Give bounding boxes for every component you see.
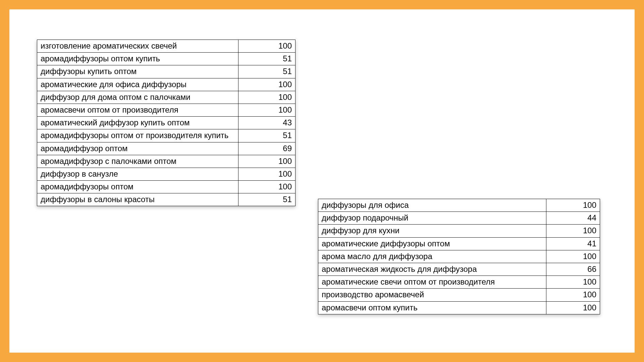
keyword-cell: аромадиффузор оптом [37,142,238,155]
value-cell: 44 [546,212,600,225]
table-row: арома масло для диффузора100 [318,250,600,263]
value-cell: 100 [546,276,600,289]
slide-frame: изготовление ароматических свечей100аром… [0,0,644,362]
keyword-cell: производство аромасвечей [318,289,546,301]
keyword-table-left: изготовление ароматических свечей100аром… [37,40,296,206]
table-row: диффузоры для офиса100 [318,199,600,212]
value-cell: 100 [238,91,296,104]
keyword-table-right: диффузоры для офиса100диффузор подарочны… [318,199,600,314]
value-cell: 100 [238,168,296,180]
table-row: диффузоры в салоны красоты51 [37,193,296,206]
keyword-cell: диффузоры в салоны красоты [37,193,238,206]
table-row: аромасвечи оптом от производителя100 [37,104,296,116]
keyword-cell: аромадиффузор с палочками оптом [37,155,238,168]
value-cell: 100 [238,155,296,168]
value-cell: 69 [238,142,296,155]
value-cell: 100 [546,289,600,301]
table-row: производство аромасвечей100 [318,289,600,301]
table-row: изготовление ароматических свечей100 [37,40,296,53]
table-row: диффузор подарочный44 [318,212,600,225]
value-cell: 43 [238,117,296,129]
table-row: аромадиффузор с палочками оптом100 [37,155,296,168]
keyword-cell: ароматические свечи оптом от производите… [318,276,546,289]
keyword-cell: диффузор в санузле [37,168,238,180]
table-row: ароматические свечи оптом от производите… [318,276,600,289]
keyword-cell: аромасвечи оптом от производителя [37,104,238,116]
value-cell: 100 [238,104,296,116]
value-cell: 100 [546,225,600,237]
value-cell: 100 [238,181,296,193]
table-row: ароматическая жидкость для диффузора66 [318,263,600,276]
value-cell: 41 [546,237,600,250]
table-row: аромадиффузоры оптом от производителя ку… [37,129,296,142]
value-cell: 51 [238,193,296,206]
value-cell: 100 [546,301,600,314]
value-cell: 100 [238,78,296,91]
keyword-cell: диффузоры для офиса [318,199,546,212]
table-row: аромадиффузор оптом69 [37,142,296,155]
keyword-cell: ароматическая жидкость для диффузора [318,263,546,276]
keyword-cell: ароматические диффузоры оптом [318,237,546,250]
table-row: аромадиффузоры оптом100 [37,181,296,193]
table-row: диффузор для дома оптом с палочками100 [37,91,296,104]
value-cell: 51 [238,129,296,142]
keyword-cell: аромадиффузоры оптом [37,181,238,193]
keyword-cell: аромасвечи оптом купить [318,301,546,314]
value-cell: 100 [546,199,600,212]
keyword-cell: диффузор для дома оптом с палочками [37,91,238,104]
value-cell: 100 [546,250,600,263]
keyword-cell: диффузоры купить оптом [37,65,238,78]
table-row: диффузор в санузле100 [37,168,296,180]
value-cell: 51 [238,65,296,78]
keyword-cell: диффузор подарочный [318,212,546,225]
keyword-cell: аромадиффузоры оптом от производителя ку… [37,129,238,142]
keyword-cell: аромадиффузоры оптом купить [37,53,238,65]
keyword-cell: диффузор для кухни [318,225,546,237]
table-row: диффузоры купить оптом51 [37,65,296,78]
value-cell: 51 [238,53,296,65]
keyword-cell: арома масло для диффузора [318,250,546,263]
table-row: аромасвечи оптом купить100 [318,301,600,314]
value-cell: 66 [546,263,600,276]
table-row: ароматический диффузор купить оптом43 [37,117,296,129]
table-body: диффузоры для офиса100диффузор подарочны… [318,199,600,314]
value-cell: 100 [238,40,296,53]
table-row: диффузор для кухни100 [318,225,600,237]
keyword-cell: изготовление ароматических свечей [37,40,238,53]
keyword-cell: ароматический диффузор купить оптом [37,117,238,129]
table-row: ароматические для офиса диффузоры100 [37,78,296,91]
keyword-cell: ароматические для офиса диффузоры [37,78,238,91]
table-row: ароматические диффузоры оптом41 [318,237,600,250]
table-body: изготовление ароматических свечей100аром… [37,40,296,206]
table-row: аромадиффузоры оптом купить51 [37,53,296,65]
